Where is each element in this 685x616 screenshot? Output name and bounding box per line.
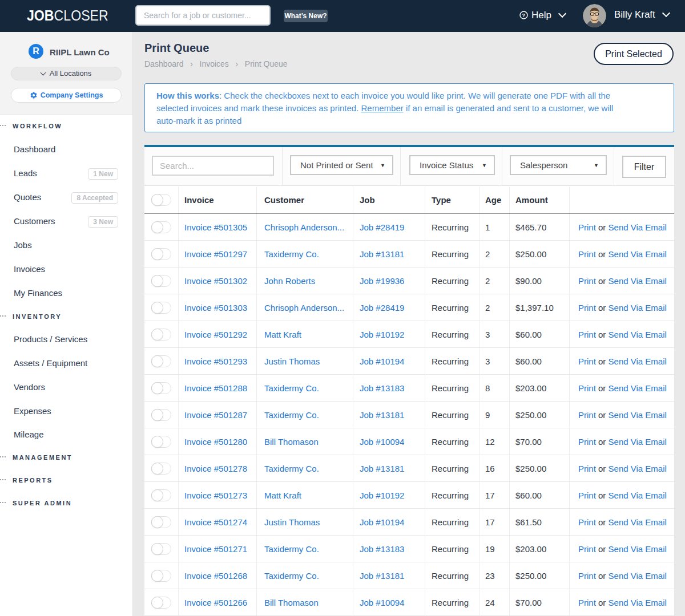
svg-text:?: ?	[522, 12, 526, 18]
